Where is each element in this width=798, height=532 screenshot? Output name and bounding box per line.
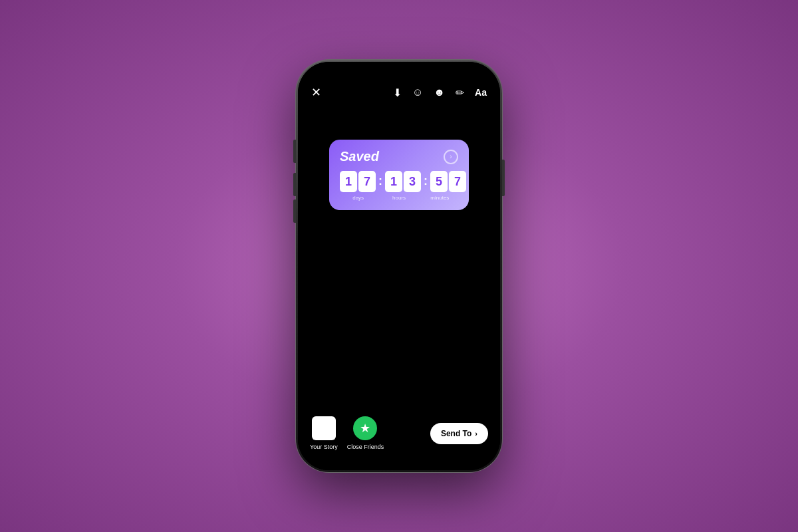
days-group: 1 7 [340,171,376,192]
hour-digit-1: 1 [385,171,402,192]
sticker-header: Saved › [340,149,458,164]
emoji-icon[interactable]: ☺ [412,86,423,98]
your-story-label: Your Story [310,444,338,450]
sticker-title: Saved [340,149,379,164]
countdown-sticker[interactable]: Saved › 1 7 : 1 [329,140,469,210]
send-to-label: Send To [441,429,471,438]
toolbar-actions: ⬇ ☺ ☻ ✏ Aa [393,86,487,99]
day-digit-2: 7 [358,171,376,192]
close-friends-icon: ★ [353,416,377,440]
minutes-label: minutes [423,195,457,201]
share-options: Your Story ★ Close Friends [310,416,384,450]
star-icon: ★ [360,421,370,436]
close-button[interactable]: ✕ [311,85,321,100]
colon-1: : [378,174,382,188]
day-digit-1: 1 [340,171,357,192]
send-chevron-icon: › [475,430,477,438]
phone-screen: ✕ ⬇ ☺ ☻ ✏ Aa Saved › [298,62,500,470]
close-friends-option[interactable]: ★ Close Friends [347,416,384,450]
colon-2: : [424,174,428,188]
countdown-digits: 1 7 : 1 3 : 5 7 [340,171,458,192]
canvas-area: Saved › 1 7 : 1 [298,106,500,410]
minutes-group: 5 7 [430,171,466,192]
sticker-icon[interactable]: ☻ [434,86,445,98]
your-story-icon [312,416,336,440]
minute-digit-1: 5 [430,171,448,192]
pen-icon[interactable]: ✏ [456,86,464,99]
download-icon[interactable]: ⬇ [393,86,402,99]
text-icon[interactable]: Aa [475,87,487,98]
bottom-bar: Your Story ★ Close Friends Send To › [298,410,500,470]
sticker-arrow-icon[interactable]: › [444,150,458,164]
close-friends-label: Close Friends [347,444,384,450]
send-to-button[interactable]: Send To › [430,423,488,444]
hour-digit-2: 3 [404,171,421,192]
hours-label: hours [382,195,416,201]
hours-group: 1 3 [385,171,421,192]
days-label: days [341,195,375,201]
screen-content: ✕ ⬇ ☺ ☻ ✏ Aa Saved › [298,62,500,470]
your-story-option[interactable]: Your Story [310,416,338,450]
digit-labels: days hours minutes [340,195,458,201]
minute-digit-2: 7 [449,171,466,192]
phone-notch [356,62,442,78]
phone-frame: ✕ ⬇ ☺ ☻ ✏ Aa Saved › [296,60,502,472]
